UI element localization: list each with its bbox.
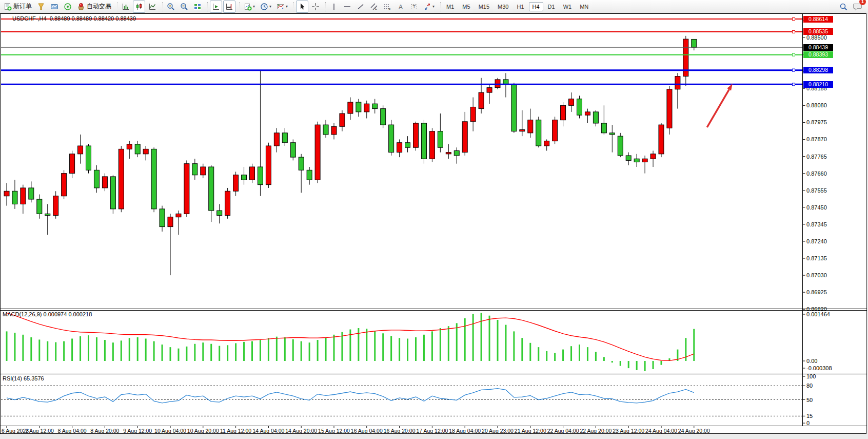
macd-histogram-bar xyxy=(96,337,97,361)
candle xyxy=(86,146,91,170)
macd-histogram-bar xyxy=(653,361,654,369)
vertical-line-icon xyxy=(330,3,338,11)
candle xyxy=(119,149,124,209)
styles-button[interactable] xyxy=(35,1,47,13)
cursor-button[interactable] xyxy=(296,1,308,13)
charts-button[interactable] xyxy=(48,1,61,13)
toolbar-separator xyxy=(322,2,326,11)
price-tag: 0.88298 xyxy=(803,67,833,73)
candle xyxy=(323,125,328,135)
hline-handle[interactable] xyxy=(793,69,795,71)
arrows-icon xyxy=(423,3,431,11)
tf-d1-button[interactable]: D1 xyxy=(544,2,559,11)
macd-histogram-bar xyxy=(423,335,425,361)
time-axis-label: 11 Aug 12:00 xyxy=(219,428,253,434)
candle xyxy=(127,144,132,149)
text-label-button[interactable]: T xyxy=(408,1,420,13)
macd-histogram-bar xyxy=(587,347,588,361)
macd-histogram-bar xyxy=(440,328,441,361)
indicators-button[interactable]: ▾ xyxy=(242,1,257,13)
equidistant-channel-button[interactable]: E xyxy=(368,1,380,13)
hline-handle[interactable] xyxy=(793,30,795,33)
tile-windows-button[interactable] xyxy=(191,1,204,13)
macd-histogram-bar xyxy=(529,343,531,361)
zoom-out-button[interactable] xyxy=(178,1,190,13)
macd-histogram-bar xyxy=(30,337,32,361)
arrows-button[interactable]: ▾ xyxy=(421,1,437,13)
macd-histogram-bar xyxy=(301,341,302,361)
toolbar: 新订单 自动交易 xyxy=(0,0,868,13)
bar-chart-button[interactable] xyxy=(120,1,132,13)
cursor-icon xyxy=(298,3,306,11)
trendline-button[interactable] xyxy=(354,1,367,13)
templates-button[interactable]: ▾ xyxy=(274,1,290,13)
candle xyxy=(356,102,361,112)
candle xyxy=(650,154,656,159)
rsi-axis-label: 0 xyxy=(806,420,810,426)
chevron-down-icon: ▾ xyxy=(269,4,271,9)
search-button[interactable] xyxy=(837,1,850,13)
tf-m1-button[interactable]: M1 xyxy=(443,2,458,11)
macd-histogram-bar xyxy=(374,331,376,361)
chart-canvas[interactable] xyxy=(0,0,868,439)
auto-trading-button[interactable]: 自动交易 xyxy=(75,1,113,13)
rsi-axis-label: 80 xyxy=(806,383,813,389)
hline-handle[interactable] xyxy=(793,53,795,56)
crosshair-button[interactable] xyxy=(309,1,322,13)
candle xyxy=(258,167,263,185)
auto-scroll-button[interactable] xyxy=(210,1,222,13)
tf-mn-button[interactable]: MN xyxy=(576,2,592,11)
tf-h1-button[interactable]: H1 xyxy=(513,2,527,11)
macd-label: MACD(12,26,9) 0.000974 0.000218 xyxy=(3,311,92,317)
funnel-icon xyxy=(37,3,45,11)
text-button[interactable]: A xyxy=(394,1,407,13)
candle xyxy=(45,214,50,215)
horizontal-line-button[interactable] xyxy=(341,1,353,13)
periods-button[interactable]: ▾ xyxy=(258,1,273,13)
rsi-axis-label: 50 xyxy=(806,397,813,403)
candle xyxy=(290,143,295,157)
macd-axis-label: -0.000308 xyxy=(806,365,832,371)
candle xyxy=(242,175,247,180)
macd-histogram-bar xyxy=(112,342,114,361)
candle xyxy=(37,199,42,214)
macd-histogram-bar xyxy=(235,343,236,361)
tf-m15-button[interactable]: M15 xyxy=(475,2,493,11)
price-tick-label: 0.86925 xyxy=(806,289,827,295)
search-icon xyxy=(839,3,848,11)
macd-histogram-bar xyxy=(121,340,122,361)
tf-m30-button[interactable]: M30 xyxy=(494,2,512,11)
candle xyxy=(479,92,484,109)
candle xyxy=(667,89,672,128)
bar-chart-icon xyxy=(122,3,130,11)
candle xyxy=(315,125,320,180)
candlestick-chart-button[interactable] xyxy=(133,1,145,13)
macd-histogram-bar xyxy=(481,313,482,361)
line-chart-button[interactable] xyxy=(146,1,159,13)
toolbar-separator xyxy=(114,2,117,11)
time-axis-label: 23 Aug 12:00 xyxy=(611,428,646,434)
candle xyxy=(135,144,140,154)
macd-histogram-bar xyxy=(186,347,187,361)
hline-handle[interactable] xyxy=(793,83,795,86)
new-order-button[interactable]: 新订单 xyxy=(2,1,34,13)
macd-histogram-bar xyxy=(276,337,278,361)
chart-shift-button[interactable] xyxy=(223,1,235,13)
notifications-button[interactable]: 1 xyxy=(851,1,864,13)
candle xyxy=(274,133,279,146)
tf-w1-button[interactable]: W1 xyxy=(560,2,576,11)
tf-h4-button[interactable]: H4 xyxy=(529,2,543,11)
zoom-in-button[interactable] xyxy=(165,1,177,13)
hline-handle[interactable] xyxy=(793,18,795,21)
macd-histogram-bar xyxy=(521,338,523,361)
price-tick-label: 0.87450 xyxy=(806,204,827,211)
vertical-line-button[interactable] xyxy=(328,1,340,13)
tf-m5-button[interactable]: M5 xyxy=(459,2,474,11)
fibonacci-button[interactable]: F xyxy=(381,1,393,13)
macd-histogram-bar xyxy=(538,347,539,361)
macd-histogram-bar xyxy=(243,342,245,361)
time-axis-label: 10 Aug 20:00 xyxy=(186,428,221,434)
signals-button[interactable] xyxy=(62,1,74,13)
macd-histogram-bar xyxy=(611,361,613,362)
clock-icon xyxy=(260,3,268,11)
